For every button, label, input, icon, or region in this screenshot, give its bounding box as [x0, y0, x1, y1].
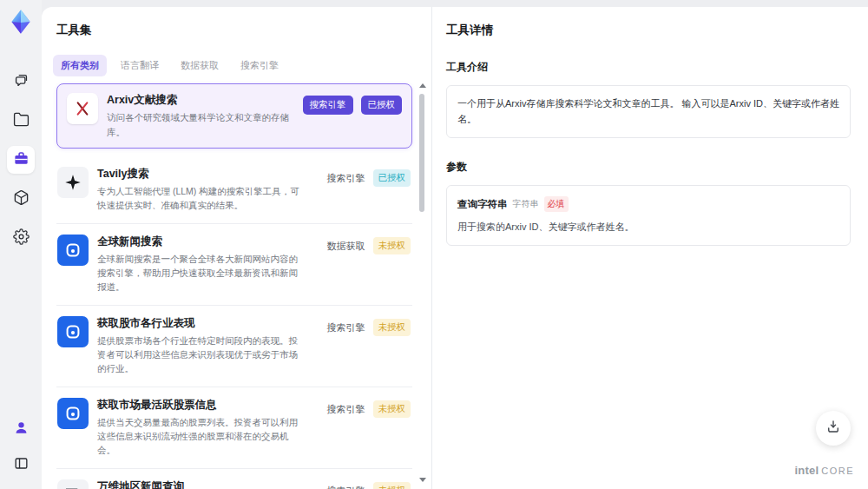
- scrollbar-thumb[interactable]: [419, 94, 424, 212]
- collapse-sidebar-button[interactable]: [7, 451, 35, 479]
- auth-status-badge: 未授权: [373, 319, 411, 336]
- category-badge: 搜索引擎: [303, 96, 353, 115]
- stock-search-icon: [57, 316, 89, 347]
- user-avatar[interactable]: [7, 415, 35, 443]
- chat-icon: [13, 72, 30, 92]
- intel-core-logo: intel core: [794, 464, 854, 477]
- tool-name: 全球新闻搜索: [97, 235, 300, 248]
- details-title: 工具详情: [446, 23, 851, 38]
- brand-core: core: [821, 466, 854, 476]
- app-logo-gem-icon: [6, 7, 36, 36]
- category-label: 搜索引擎: [327, 169, 365, 185]
- download-icon: [825, 419, 841, 438]
- tab-all-categories[interactable]: 所有类别: [53, 55, 107, 76]
- stock-search-icon: [57, 398, 89, 429]
- tool-card-most-active-stocks[interactable]: 获取市场最活跃股票信息 提供当天交易量最高的股票列表。投资者可以利用这些信息来识…: [56, 387, 412, 469]
- scroll-down-arrow-icon[interactable]: [419, 478, 426, 482]
- tavily-star-icon: [57, 167, 89, 198]
- tool-name: Tavily搜索: [97, 167, 300, 181]
- tool-card-sector-performance[interactable]: 获取股市各行业表现 提供股票市场各个行业在特定时间段内的表现。投资者可以利用这些…: [56, 306, 412, 387]
- tab-language-translation[interactable]: 语言翻译: [113, 55, 167, 76]
- sidebar-item-chat[interactable]: [7, 68, 35, 96]
- list-scrollbar[interactable]: [418, 83, 425, 482]
- tool-name: 获取股市各行业表现: [97, 316, 300, 330]
- left-rail: [0, 0, 42, 489]
- sidebar-item-tools[interactable]: [7, 146, 35, 174]
- param-name: 查询字符串: [457, 196, 508, 212]
- intro-heading: 工具介绍: [446, 60, 851, 75]
- auth-status-badge: 已授权: [361, 96, 403, 115]
- arxiv-logo-icon: [67, 93, 98, 124]
- sidebar-item-plugins[interactable]: [7, 185, 35, 213]
- intro-box: 一个用于从Arxiv存储库搜索科学论文和文章的工具。 输入可以是Arxiv ID…: [446, 85, 851, 138]
- newspaper-icon: [57, 479, 89, 489]
- tool-description: 访问各个研究领域大量科学论文和文章的存储库。: [107, 110, 294, 139]
- sidebar-item-files[interactable]: [7, 107, 35, 135]
- tool-list: Arxiv文献搜索 访问各个研究领域大量科学论文和文章的存储库。 搜索引擎 已授…: [56, 83, 412, 489]
- param-description: 用于搜索的Arxiv ID、关键字或作者姓名。: [457, 220, 839, 235]
- folder-icon: [13, 111, 30, 131]
- auth-status-badge: 未授权: [373, 482, 411, 489]
- category-label: 搜索引擎: [327, 319, 365, 334]
- tab-search-engine[interactable]: 搜索引擎: [233, 55, 286, 76]
- category-label: 数据获取: [327, 237, 365, 253]
- sidebar-item-settings[interactable]: [7, 224, 35, 252]
- category-tabs: 所有类别 语言翻译 数据获取 搜索引擎: [53, 55, 431, 76]
- tool-name: Arxiv文献搜索: [107, 93, 294, 107]
- tool-name: 万维地区新闻查询: [97, 479, 300, 489]
- params-heading: 参数: [446, 160, 851, 175]
- tool-description: 提供股票市场各个行业在特定时间段内的表现。投资者可以利用这些信息来识别表现优于或…: [97, 334, 300, 376]
- tab-data-acquisition[interactable]: 数据获取: [173, 55, 227, 76]
- page-title: 工具集: [56, 23, 431, 38]
- panel-toggle-icon: [13, 455, 30, 475]
- cube-icon: [13, 189, 30, 209]
- main-shell: 工具集 所有类别 语言翻译 数据获取 搜索引擎 Arxiv文献搜索 访问各个研究…: [42, 7, 868, 489]
- avatar-icon: [13, 420, 30, 439]
- auth-status-badge: 已授权: [373, 169, 411, 187]
- param-required-badge: 必填: [544, 196, 569, 212]
- tool-description: 专为人工智能代理 (LLM) 构建的搜索引擎工具，可快速提供实时、准确和真实的结…: [97, 184, 300, 213]
- category-label: 搜索引擎: [327, 400, 365, 416]
- news-search-icon: [57, 235, 89, 266]
- scroll-up-arrow-icon[interactable]: [419, 83, 426, 88]
- auth-status-badge: 未授权: [373, 237, 411, 254]
- download-button[interactable]: [816, 411, 851, 446]
- auth-status-badge: 未授权: [373, 400, 411, 418]
- gear-icon: [13, 228, 30, 248]
- briefcase-icon: [13, 150, 30, 170]
- tool-card-tavily[interactable]: Tavily搜索 专为人工智能代理 (LLM) 构建的搜索引擎工具，可快速提供实…: [56, 156, 412, 224]
- tool-card-regional-news[interactable]: 万维地区新闻查询 查询具体行政区划内的新闻，快速了解各地新闻动 搜索引擎 未授权: [56, 469, 412, 489]
- category-label: 搜索引擎: [327, 482, 365, 489]
- param-box: 查询字符串 字符串 必填 用于搜索的Arxiv ID、关键字或作者姓名。: [446, 185, 851, 246]
- param-type: 字符串: [513, 197, 539, 211]
- brand-intel: intel: [794, 464, 819, 477]
- tool-description: 全球新闻搜索是一个聚合全球各大新闻网站内容的搜索引擎，帮助用户快速获取全球最新资…: [97, 252, 300, 294]
- tool-description: 提供当天交易量最高的股票列表。投资者可以利用这些信息来识别流动性强的股票和潜在的…: [97, 415, 300, 458]
- toolset-pane: 工具集 所有类别 语言翻译 数据获取 搜索引擎 Arxiv文献搜索 访问各个研究…: [42, 7, 432, 489]
- tool-card-global-news[interactable]: 全球新闻搜索 全球新闻搜索是一个聚合全球各大新闻网站内容的搜索引擎，帮助用户快速…: [56, 224, 412, 306]
- tool-name: 获取市场最活跃股票信息: [97, 398, 300, 412]
- tool-card-arxiv[interactable]: Arxiv文献搜索 访问各个研究领域大量科学论文和文章的存储库。 搜索引擎 已授…: [56, 83, 412, 149]
- tool-details-pane: 工具详情 工具介绍 一个用于从Arxiv存储库搜索科学论文和文章的工具。 输入可…: [432, 7, 868, 489]
